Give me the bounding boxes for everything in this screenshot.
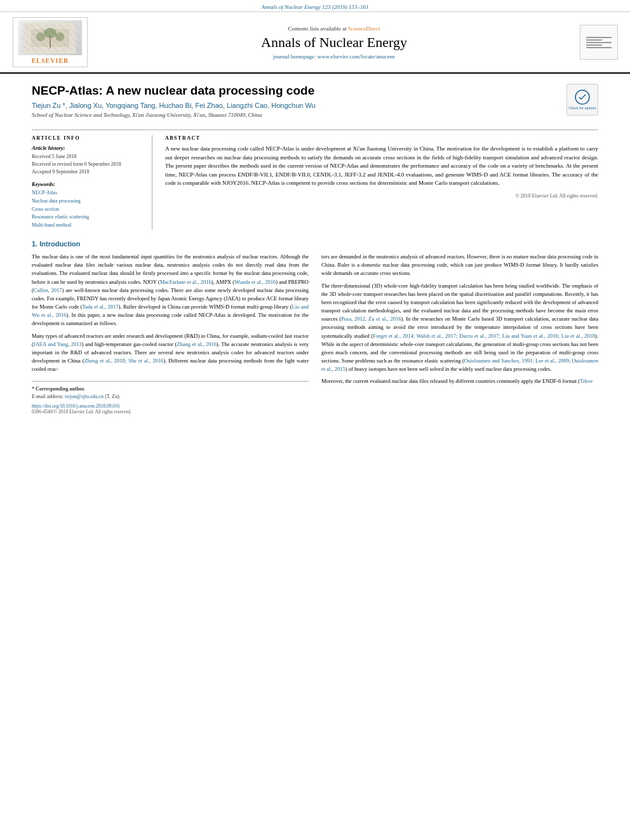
keywords-section: Keywords: NECP-Atlas Nuclear data proces…: [32, 181, 143, 230]
cite-iaea-yang: IAEA and Yang, 2013: [34, 341, 82, 347]
affiliation: School of Nuclear Science and Technology…: [32, 112, 316, 118]
email-label: E-mail address:: [32, 394, 64, 399]
keyword-4: Resonance elastic scattering: [32, 213, 143, 222]
intro-para-1: The nuclear data is one of the most fund…: [32, 253, 309, 328]
logo-line-3: [586, 42, 612, 43]
license-line: 0306-4549/© 2018 Elsevier Ltd. All right…: [32, 409, 309, 415]
svg-point-4: [36, 32, 45, 41]
article-info-col: ARTICLE INFO Article history: Received 5…: [32, 135, 152, 230]
cite-pusa-zu: Pusa, 2012, Zu et al., 2016: [341, 316, 401, 322]
footnote-corresponding: * Corresponding author.: [32, 385, 309, 393]
history-label: Article history:: [32, 145, 143, 151]
journal-center-info: Contents lists available at ScienceDirec…: [91, 25, 577, 60]
cite-liu-wu: Liu and Wu et al., 2016: [32, 303, 309, 318]
title-row: NECP-Atlas: A new nuclear data processin…: [32, 84, 598, 124]
article-history: Article history: Received 5 June 2018 Re…: [32, 145, 143, 176]
publisher-logo-area: ELSEVIER: [9, 17, 91, 67]
main-content: NECP-Atlas: A new nuclear data processin…: [0, 74, 630, 425]
intro-right-para-2: The three-dimensional (3D) whole-core hi…: [321, 282, 598, 374]
article-info-label: ARTICLE INFO: [32, 135, 143, 141]
history-item-1: Received 5 June 2018: [32, 153, 143, 161]
history-item-3: Accepted 9 September 2018: [32, 168, 143, 176]
cite-macfarlane: MacFarlane et al., 2016: [160, 279, 211, 285]
cite-cullen: Cullen, 2017: [34, 287, 62, 293]
intro-right-col: tors are demanded in the neutronics anal…: [321, 253, 598, 415]
keywords-label: Keywords:: [32, 181, 143, 187]
cite-forget-walsh: Forget et al., 2014; Walsh et al., 2017;…: [373, 333, 595, 339]
check-updates-label: Check for updates: [568, 106, 596, 110]
keyword-5: Multi-band method: [32, 222, 143, 230]
authors-text: Tiejun Zu *, Jialong Xu, Yongqiang Tang,…: [32, 102, 316, 109]
cite-wiarda: Wiarda et al., 2016: [234, 279, 276, 285]
elsevier-text: ELSEVIER: [18, 57, 82, 64]
contents-line: Contents lists available at ScienceDirec…: [91, 25, 577, 32]
introduction-section: 1. Introduction The nuclear data is one …: [32, 240, 598, 415]
authors-line: Tiejun Zu *, Jialong Xu, Yongqiang Tang,…: [32, 102, 316, 109]
email-suffix: (T. Zu).: [105, 394, 121, 399]
cite-ouisloumen: Ouisloumen and Sanchez, 1991; Lee et al.…: [321, 357, 598, 372]
logo-line-5: [586, 47, 612, 48]
journal-homepage-url[interactable]: www.elsevier.com/locate/anucene: [318, 53, 395, 60]
keyword-2: Nuclear data processing: [32, 197, 143, 206]
journal-homepage: journal homepage: www.elsevier.com/locat…: [91, 53, 577, 60]
right-logo-lines: [586, 37, 612, 48]
abstract-col: ABSTRACT A new nuclear data processing c…: [165, 135, 598, 230]
intro-right-para-1: tors are demanded in the neutronics anal…: [321, 253, 598, 278]
email-link[interactable]: tiejun@xjtu.edu.cn: [65, 394, 104, 399]
journal-right-logo-box: [580, 25, 618, 60]
doi-line[interactable]: https://doi.org/10.1016/j.anucene.2018.0…: [32, 403, 309, 409]
logo-line-4: [586, 44, 602, 46]
journal-banner: ELSEVIER Contents lists available at Sci…: [0, 12, 630, 74]
cite-zheng-she: Zheng et al., 2018; She et al., 2016: [84, 357, 164, 364]
svg-rect-1: [31, 29, 69, 47]
science-direct-link[interactable]: ScienceDirect: [348, 25, 380, 32]
article-title-block: NECP-Atlas: A new nuclear data processin…: [32, 84, 316, 124]
footnote-section: * Corresponding author. E-mail address: …: [32, 381, 309, 415]
keyword-1: NECP-Atlas: [32, 189, 143, 197]
intro-para-2: Many types of advanced reactors are unde…: [32, 332, 309, 374]
check-updates-badge: Check for updates: [566, 84, 598, 116]
journal-citation: Annals of Nuclear Energy 123 (2019) 153–…: [261, 4, 368, 10]
article-title: NECP-Atlas: A new nuclear data processin…: [32, 84, 316, 98]
abstract-label: ABSTRACT: [165, 135, 598, 141]
logo-line-1: [586, 37, 612, 38]
journal-header: Annals of Nuclear Energy 123 (2019) 153–…: [0, 0, 630, 12]
cite-zhang: Zhang et al., 2016: [177, 341, 217, 347]
keyword-3: Cross section: [32, 206, 143, 214]
introduction-body-cols: The nuclear data is one of the most fund…: [32, 253, 598, 415]
intro-right-para-3: Moreover, the current evaluated nuclear …: [321, 377, 598, 385]
check-updates-icon: [575, 90, 590, 105]
footnote-email: E-mail address: tiejun@xjtu.edu.cn (T. Z…: [32, 393, 309, 401]
cite-tada: Tada et al., 2017: [82, 303, 118, 310]
elsevier-logo-box: ELSEVIER: [13, 17, 88, 67]
logo-line-2: [586, 39, 602, 41]
abstract-text: A new nuclear data processing code calle…: [165, 145, 598, 188]
elsevier-logo-image: [18, 20, 82, 55]
article-info-abstract-row: ARTICLE INFO Article history: Received 5…: [32, 130, 598, 230]
journal-title-banner: Annals of Nuclear Energy: [91, 34, 577, 51]
introduction-title: 1. Introduction: [32, 240, 598, 248]
cite-trkov: Trkov: [580, 378, 593, 384]
intro-left-col: The nuclear data is one of the most fund…: [32, 253, 309, 415]
history-item-2: Received in revised form 6 September 201…: [32, 161, 143, 168]
svg-point-3: [44, 28, 57, 38]
svg-rect-0: [25, 23, 76, 53]
svg-point-5: [55, 32, 64, 41]
journal-right-logo: [577, 25, 621, 60]
copyright-line: © 2018 Elsevier Ltd. All rights reserved…: [165, 193, 598, 199]
footnote-asterisk: * Corresponding author.: [32, 386, 85, 392]
